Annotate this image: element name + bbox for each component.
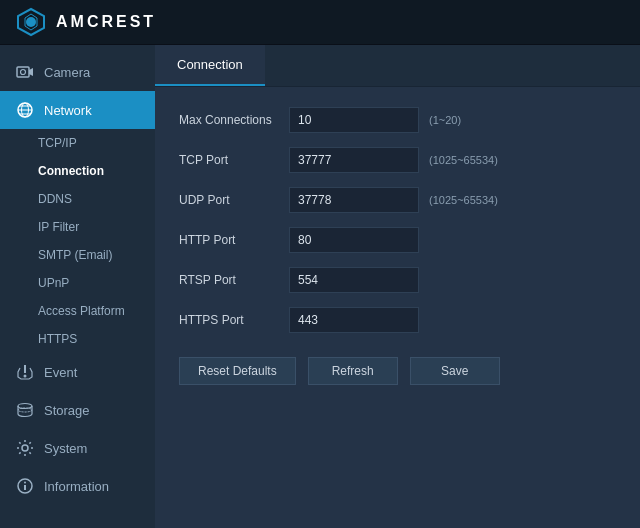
- input-https-port[interactable]: [289, 307, 419, 333]
- input-tcp-port[interactable]: [289, 147, 419, 173]
- svg-point-17: [24, 482, 26, 484]
- system-icon: [16, 439, 34, 457]
- header: AMCREST: [0, 0, 640, 45]
- sidebar-item-event[interactable]: Event: [0, 353, 155, 391]
- reset-defaults-button[interactable]: Reset Defaults: [179, 357, 296, 385]
- submenu-ipfilter[interactable]: IP Filter: [0, 213, 155, 241]
- content-area: Max Connections(1~20)TCP Port(1025~65534…: [155, 87, 640, 405]
- label-https-port: HTTPS Port: [179, 313, 289, 327]
- camera-icon: [16, 63, 34, 81]
- form-row-https-port: HTTPS Port: [179, 307, 616, 333]
- label-rtsp-port: RTSP Port: [179, 273, 289, 287]
- amcrest-logo-icon: [16, 7, 46, 37]
- form-fields: Max Connections(1~20)TCP Port(1025~65534…: [179, 107, 616, 333]
- submenu-smtp[interactable]: SMTP (Email): [0, 241, 155, 269]
- submenu-connection[interactable]: Connection: [0, 157, 155, 185]
- sidebar-item-network[interactable]: Network: [0, 91, 155, 129]
- label-tcp-port: TCP Port: [179, 153, 289, 167]
- hint-tcp-port: (1025~65534): [429, 154, 498, 166]
- submenu-accessplatform[interactable]: Access Platform: [0, 297, 155, 325]
- svg-point-1: [26, 17, 36, 27]
- event-icon: [16, 363, 34, 381]
- input-rtsp-port[interactable]: [289, 267, 419, 293]
- svg-point-11: [24, 375, 27, 378]
- submenu-ddns[interactable]: DDNS: [0, 185, 155, 213]
- form-row-rtsp-port: RTSP Port: [179, 267, 616, 293]
- sidebar-item-storage-label: Storage: [44, 403, 90, 418]
- label-udp-port: UDP Port: [179, 193, 289, 207]
- svg-point-5: [21, 70, 26, 75]
- input-http-port[interactable]: [289, 227, 419, 253]
- sidebar-item-system-label: System: [44, 441, 87, 456]
- sidebar-item-network-label: Network: [44, 103, 92, 118]
- button-row: Reset Defaults Refresh Save: [179, 357, 616, 385]
- submenu-https[interactable]: HTTPS: [0, 325, 155, 353]
- svg-rect-3: [17, 67, 29, 77]
- form-row-tcp-port: TCP Port(1025~65534): [179, 147, 616, 173]
- sidebar-item-camera[interactable]: Camera: [0, 53, 155, 91]
- sidebar-item-system[interactable]: System: [0, 429, 155, 467]
- hint-udp-port: (1025~65534): [429, 194, 498, 206]
- sidebar-item-event-label: Event: [44, 365, 77, 380]
- form-row-udp-port: UDP Port(1025~65534): [179, 187, 616, 213]
- input-max-connections[interactable]: [289, 107, 419, 133]
- sidebar: Camera Network TCP/IP Connection DDNS IP…: [0, 45, 155, 528]
- input-udp-port[interactable]: [289, 187, 419, 213]
- tab-bar: Connection: [155, 45, 640, 87]
- label-http-port: HTTP Port: [179, 233, 289, 247]
- info-icon: [16, 477, 34, 495]
- hint-max-connections: (1~20): [429, 114, 461, 126]
- svg-point-14: [22, 445, 28, 451]
- sidebar-item-information[interactable]: Information: [0, 467, 155, 505]
- sidebar-item-storage[interactable]: Storage: [0, 391, 155, 429]
- tab-connection[interactable]: Connection: [155, 45, 265, 86]
- network-submenu: TCP/IP Connection DDNS IP Filter SMTP (E…: [0, 129, 155, 353]
- refresh-button[interactable]: Refresh: [308, 357, 398, 385]
- label-max-connections: Max Connections: [179, 113, 289, 127]
- sidebar-item-camera-label: Camera: [44, 65, 90, 80]
- submenu-upnp[interactable]: UPnP: [0, 269, 155, 297]
- brand-name: AMCREST: [56, 13, 156, 31]
- sidebar-item-information-label: Information: [44, 479, 109, 494]
- submenu-tcpip[interactable]: TCP/IP: [0, 129, 155, 157]
- main-layout: Camera Network TCP/IP Connection DDNS IP…: [0, 45, 640, 528]
- network-icon: [16, 101, 34, 119]
- main-content: Connection Max Connections(1~20)TCP Port…: [155, 45, 640, 528]
- save-button[interactable]: Save: [410, 357, 500, 385]
- storage-icon: [16, 401, 34, 419]
- form-row-http-port: HTTP Port: [179, 227, 616, 253]
- form-row-max-connections: Max Connections(1~20): [179, 107, 616, 133]
